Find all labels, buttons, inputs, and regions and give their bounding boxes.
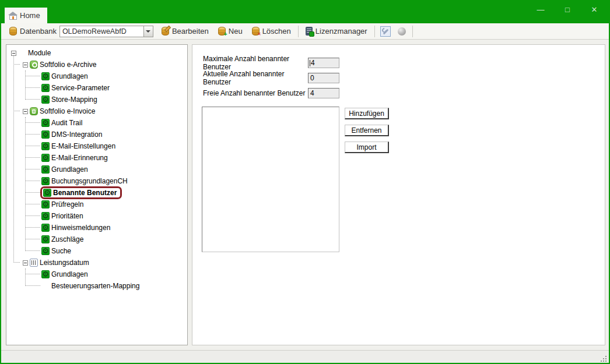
user-count-fields: Maximale Anzahl benannter Benutzer 4 Akt…: [203, 58, 339, 103]
database-delete-icon: [252, 27, 260, 36]
tree-item-suche[interactable]: Suche: [6, 245, 187, 257]
tree-item-softfolio-e-archive[interactable]: Softfolio e-Archive: [6, 59, 187, 70]
tools-icon: [380, 26, 391, 37]
app-window: Home — □ ✕ Datenbank OLDemoReweAbfD Bear…: [0, 0, 610, 364]
tree-collapse-icon[interactable]: [23, 260, 28, 266]
tree-item-service-parameter[interactable]: Service-Parameter: [6, 82, 187, 94]
tree-item-label: BuchungsgrundlagenCH: [50, 177, 128, 185]
tree-item-label: Leistungsdatum: [38, 259, 89, 267]
current-users-field[interactable]: 0: [308, 73, 339, 83]
hinzufuegen-button[interactable]: Hinzufügen: [345, 108, 389, 119]
tree-item-label: E-Mail-Erinnerung: [50, 154, 108, 162]
toolbar-separator: [374, 26, 375, 37]
tree-item-grundlagen[interactable]: Grundlagen: [6, 70, 187, 82]
tree-item-label: Audit Trail: [50, 119, 82, 127]
tree-item-label: Hinweismeldungen: [50, 224, 110, 232]
gear-icon: [41, 72, 50, 80]
resize-grip[interactable]: [600, 355, 607, 362]
tools-button[interactable]: [378, 25, 392, 38]
tree-collapse-icon[interactable]: [11, 51, 16, 56]
toolbar: Datenbank OLDemoReweAbfD Bearbeiten Neu …: [1, 23, 609, 40]
lizenzmanager-button-label: Lizenzmanager: [315, 27, 367, 36]
tree-item-label: Softfolio e-Archive: [38, 61, 96, 69]
toolbar-separator: [412, 26, 413, 37]
tab-home-label: Home: [20, 11, 40, 20]
max-users-field[interactable]: 4: [308, 58, 339, 68]
gear-icon: [41, 165, 50, 174]
tree-item-store-mapping[interactable]: Store-Mapping: [6, 94, 187, 105]
database-selector: Datenbank OLDemoReweAbfD: [6, 26, 157, 37]
database-combobox-value[interactable]: OLDemoReweAbfD: [59, 26, 143, 37]
gear-icon: [41, 84, 50, 92]
gear-icon: [41, 96, 50, 104]
database-combobox[interactable]: OLDemoReweAbfD: [59, 26, 153, 37]
current-users-label: Aktuelle Anzahl benannter Benutzer: [203, 70, 308, 86]
close-button[interactable]: ✕: [588, 5, 601, 14]
free-users-field[interactable]: 4: [308, 88, 339, 98]
max-users-label: Maximale Anzahl benannter Benutzer: [203, 55, 308, 71]
field-row: Aktuelle Anzahl benannter Benutzer 0: [203, 73, 339, 83]
gear-icon: [41, 212, 50, 220]
tree-item-softfolio-e-invoice[interactable]: Softfolio e-Invoice: [6, 105, 187, 117]
module-tree-panel: ModuleSoftfolio e-ArchiveGrundlagenServi…: [6, 44, 188, 345]
tree-item-priorit-ten[interactable]: Prioritäten: [6, 210, 187, 222]
tree-item-e-mail-einstellungen[interactable]: E-Mail-Einstellungen: [6, 140, 187, 152]
import-button[interactable]: Import: [345, 142, 389, 153]
minimize-button[interactable]: —: [534, 5, 547, 14]
tree-item-dms-integration[interactable]: DMS-Integration: [6, 129, 187, 140]
tree-item-pr-fregeln[interactable]: Prüfregeln: [6, 199, 187, 210]
tree-item-leistungsdatum[interactable]: Leistungsdatum: [6, 257, 187, 268]
max-users-value: 4: [310, 59, 315, 67]
maximize-button[interactable]: □: [561, 5, 574, 14]
tree-item-audit-trail[interactable]: Audit Trail: [6, 117, 187, 129]
lizenzmanager-button[interactable]: Lizenzmanager: [301, 25, 372, 37]
tree-item-label: Module: [26, 49, 51, 57]
titlebar: Home — □ ✕: [1, 1, 609, 23]
current-users-value: 0: [310, 74, 314, 82]
loeschen-button-label: Löschen: [262, 27, 291, 36]
tree-item-label: E-Mail-Einstellungen: [50, 142, 115, 150]
entfernen-button[interactable]: Entfernen: [345, 125, 389, 136]
bearbeiten-button[interactable]: Bearbeiten: [157, 25, 213, 37]
tree-item-e-mail-erinnerung[interactable]: E-Mail-Erinnerung: [6, 152, 187, 164]
tree-item-buchungsgrundlagench[interactable]: BuchungsgrundlagenCH: [6, 175, 187, 187]
tree-item-label: Suche: [50, 247, 71, 255]
tab-home[interactable]: Home: [5, 8, 47, 23]
neu-button-label: Neu: [229, 27, 243, 36]
content-area: ModuleSoftfolio e-ArchiveGrundlagenServi…: [1, 40, 609, 350]
tree-item-besteuerungsarten-mapping[interactable]: Besteuerungsarten-Mapping: [6, 280, 187, 292]
tree-item-grundlagen[interactable]: Grundlagen: [6, 164, 187, 175]
settings-panel: Maximale Anzahl benannter Benutzer 4 Akt…: [192, 44, 605, 345]
globe-icon: [398, 27, 406, 36]
tree-item-grundlagen[interactable]: Grundlagen: [6, 268, 187, 280]
gear-icon: [41, 119, 50, 127]
tree-item-label: Grundlagen: [50, 270, 88, 278]
named-users-listbox[interactable]: [202, 107, 339, 252]
tree-collapse-icon[interactable]: [23, 109, 28, 114]
window-controls: — □ ✕: [534, 5, 601, 14]
database-icon: [9, 27, 17, 36]
gear-icon: [41, 177, 50, 185]
tree-item-label: Grundlagen: [50, 72, 88, 80]
database-combobox-dropdown-button[interactable]: [143, 26, 153, 37]
gear-icon: [41, 270, 50, 278]
database-edit-icon: [162, 27, 169, 36]
globe-button[interactable]: [395, 25, 409, 38]
tree-item-label: Grundlagen: [50, 165, 88, 174]
tree-item-benannte-benutzer[interactable]: Benannte Benutzer: [6, 187, 187, 199]
neu-button[interactable]: Neu: [213, 25, 247, 37]
tree-item-module[interactable]: Module: [6, 47, 187, 59]
tree-item-label: Besteuerungsarten-Mapping: [50, 282, 139, 290]
gear-icon: [41, 200, 50, 208]
free-users-value: 4: [310, 89, 314, 97]
field-row: Maximale Anzahl benannter Benutzer 4: [203, 58, 339, 68]
loeschen-button[interactable]: Löschen: [247, 25, 296, 37]
gear-icon: [41, 235, 50, 243]
tree-collapse-icon[interactable]: [23, 62, 28, 68]
tree-item-label: Softfolio e-Invoice: [38, 107, 95, 115]
app-archive-icon: [30, 61, 38, 69]
tree-item-zuschl-ge[interactable]: Zuschläge: [6, 234, 187, 245]
barcode-icon: [30, 259, 38, 267]
tree-item-hinweismeldungen[interactable]: Hinweismeldungen: [6, 222, 187, 234]
tree-item-label: Zuschläge: [50, 235, 83, 243]
